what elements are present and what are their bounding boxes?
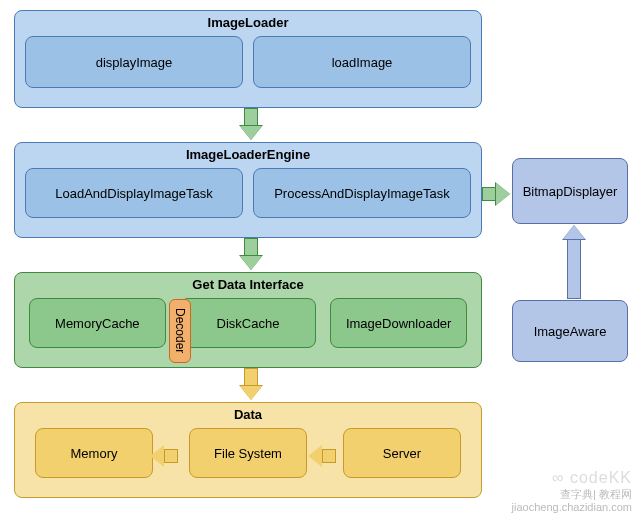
imagedownloader-box: ImageDownloader	[330, 298, 467, 348]
data-container: Data Memory File System Server	[14, 402, 482, 498]
getdata-title: Get Data Interface	[15, 273, 481, 298]
watermark: ∞ codeKK 查字典| 教程网 jiaocheng.chazidian.co…	[512, 468, 632, 514]
filesystem-box: File System	[189, 428, 307, 478]
bitmap-displayer-label: BitmapDisplayer	[523, 184, 618, 199]
memorycache-box: MemoryCache	[29, 298, 166, 348]
arrow-server-to-filesystem	[308, 445, 336, 467]
memory-box: Memory	[35, 428, 153, 478]
process-display-task-box: ProcessAndDisplayImageTask	[253, 168, 471, 218]
data-title: Data	[15, 403, 481, 428]
watermark-cc: ∞ codeKK	[512, 468, 632, 487]
server-box: Server	[343, 428, 461, 478]
imageaware-box: ImageAware	[512, 300, 628, 362]
arrow-loader-to-engine	[240, 108, 262, 140]
arrow-getdata-to-data	[240, 368, 262, 400]
arrow-aware-to-displayer	[563, 225, 585, 299]
engine-title: ImageLoaderEngine	[15, 143, 481, 168]
arrow-engine-to-getdata	[240, 238, 262, 270]
watermark-site: 查字典| 教程网	[512, 488, 632, 501]
arrow-engine-to-displayer	[482, 183, 510, 205]
arrow-filesystem-to-memory	[150, 445, 178, 467]
imageloader-container: ImageLoader displayImage loadImage	[14, 10, 482, 108]
load-display-task-box: LoadAndDisplayImageTask	[25, 168, 243, 218]
displayimage-box: displayImage	[25, 36, 243, 88]
imageaware-label: ImageAware	[534, 324, 607, 339]
getdata-container: Get Data Interface MemoryCache DiskCache…	[14, 272, 482, 368]
decoder-label: Decoder	[173, 308, 187, 353]
imageloader-title: ImageLoader	[15, 11, 481, 36]
bitmap-displayer-box: BitmapDisplayer	[512, 158, 628, 224]
decoder-box: Decoder	[169, 299, 191, 363]
diskcache-box: DiskCache	[180, 298, 317, 348]
engine-container: ImageLoaderEngine LoadAndDisplayImageTas…	[14, 142, 482, 238]
watermark-url: jiaocheng.chazidian.com	[512, 501, 632, 514]
loadimage-box: loadImage	[253, 36, 471, 88]
